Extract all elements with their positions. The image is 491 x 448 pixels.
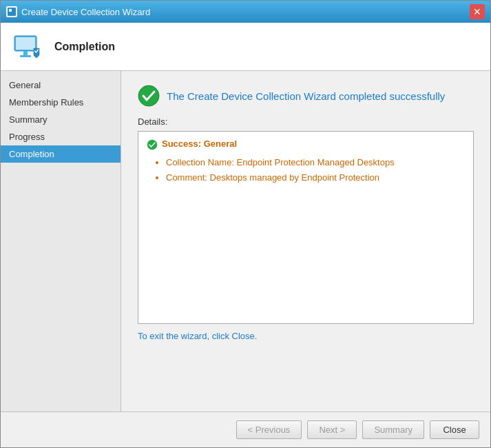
exit-text: To exit the wizard, click Close.	[138, 331, 474, 341]
content-area: General Membership Rules Summary Progres…	[1, 71, 490, 411]
svg-point-6	[138, 85, 159, 106]
header-bar: Completion	[1, 23, 490, 71]
svg-rect-3	[16, 37, 35, 50]
detail-check-icon	[147, 139, 158, 152]
details-label: Details:	[138, 116, 474, 127]
title-bar: Create Device Collection Wizard ✕	[1, 1, 490, 23]
success-header: The Create Device Collection Wizard comp…	[138, 85, 474, 107]
sidebar: General Membership Rules Summary Progres…	[1, 71, 121, 411]
header-title: Completion	[54, 41, 115, 53]
title-bar-left: Create Device Collection Wizard	[6, 6, 150, 17]
sidebar-item-completion[interactable]: Completion	[1, 145, 121, 163]
svg-rect-5	[20, 55, 31, 57]
main-content: The Create Device Collection Wizard comp…	[121, 71, 490, 411]
sidebar-item-progress[interactable]: Progress	[1, 128, 121, 145]
next-button[interactable]: Next >	[307, 420, 357, 439]
detail-success-label: Success: General	[162, 139, 237, 149]
header-computer-icon	[12, 30, 45, 63]
close-window-button[interactable]: ✕	[470, 4, 485, 19]
svg-rect-1	[9, 9, 12, 12]
close-button[interactable]: Close	[430, 420, 479, 439]
svg-rect-4	[23, 51, 28, 55]
sidebar-item-membership-rules[interactable]: Membership Rules	[1, 94, 121, 111]
detail-success-row: Success: General	[147, 139, 465, 152]
sidebar-item-general[interactable]: General	[1, 77, 121, 94]
details-box: Success: General Collection Name: Endpoi…	[138, 131, 474, 324]
wizard-window: Create Device Collection Wizard ✕ Comple…	[0, 0, 491, 448]
app-icon	[6, 6, 17, 17]
success-check-icon	[138, 85, 160, 107]
detail-bullet-list: Collection Name: Endpoint Protection Man…	[166, 155, 465, 185]
sidebar-item-summary[interactable]: Summary	[1, 111, 121, 128]
window-title: Create Device Collection Wizard	[21, 7, 150, 17]
success-message: The Create Device Collection Wizard comp…	[167, 90, 445, 102]
footer: < Previous Next > Summary Close	[1, 411, 490, 447]
summary-button[interactable]: Summary	[362, 420, 424, 439]
detail-bullet-0: Collection Name: Endpoint Protection Man…	[166, 155, 465, 170]
detail-bullet-1: Comment: Desktops managed by Endpoint Pr…	[166, 170, 465, 185]
svg-point-7	[147, 140, 157, 150]
previous-button[interactable]: < Previous	[236, 420, 302, 439]
